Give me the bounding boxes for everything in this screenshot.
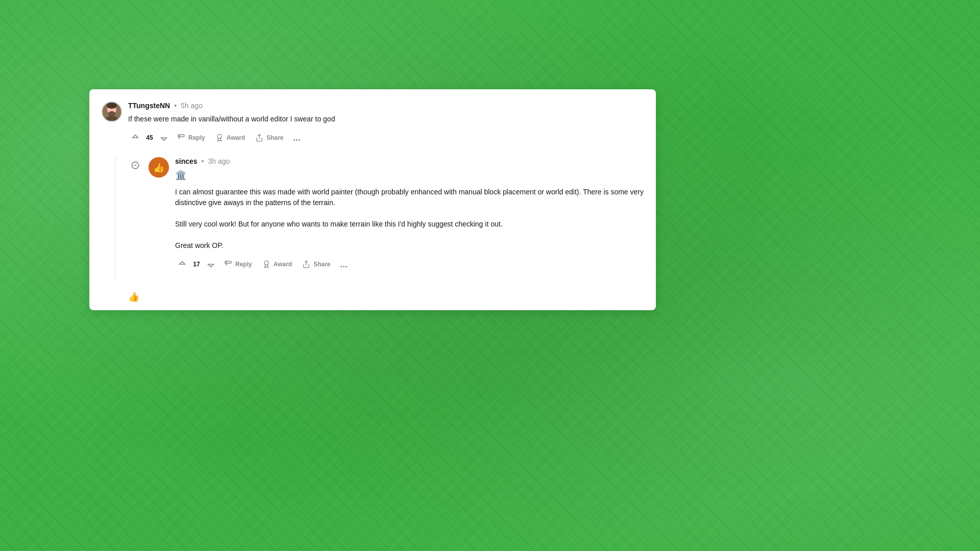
svg-point-3 (108, 111, 115, 116)
comment-1-header: TTungsteNN • 5h ago (128, 102, 644, 110)
comment-2-more-button[interactable]: ... (337, 257, 351, 271)
avatar-image (102, 102, 122, 122)
comment-2-upvote-button[interactable] (175, 257, 189, 271)
comment-2-share-button[interactable]: Share (298, 257, 334, 271)
comment-1: TTungsteNN • 5h ago If these were made i… (102, 102, 644, 157)
comment-2-row: 👍 sinces • 3h ago 🏛️ I can almost guaran… (128, 157, 644, 280)
comment-1-reply-button[interactable]: Reply (173, 131, 209, 145)
downvote-icon (160, 134, 168, 142)
comment-2-vote-count: 17 (191, 261, 202, 268)
upvote-icon-2 (178, 260, 186, 268)
collapse-icon (131, 161, 139, 169)
svg-point-11 (264, 261, 268, 265)
sinces-avatar-svg: 👍 (149, 157, 169, 178)
comment-1-vote-count: 45 (144, 134, 155, 141)
avatar-sinces: 👍 (149, 157, 169, 178)
bottom-peek-emoji: 👍 (128, 291, 139, 303)
comment-2-emoji: 🏛️ (175, 169, 644, 181)
comment-1-more-button[interactable]: ... (290, 131, 304, 145)
comment-2-downvote-button[interactable] (204, 257, 218, 271)
svg-point-5 (217, 134, 222, 138)
comment-2-timestamp: 3h ago (208, 157, 230, 165)
comment-2-content: 👍 sinces • 3h ago 🏛️ I can almost guaran… (128, 157, 644, 280)
comment-2-username: sinces (175, 157, 198, 165)
comment-1-award-button[interactable]: Award (211, 131, 249, 145)
comment-1-share-button[interactable]: Share (251, 131, 287, 145)
comment-1-actions: 45 Reply (128, 131, 644, 145)
upvote-icon (131, 134, 139, 142)
reply-icon (177, 134, 185, 142)
bottom-peek-row: 👍 (102, 290, 644, 310)
comment-2-body: sinces • 3h ago 🏛️ I can almost guarante… (175, 157, 644, 280)
reply-icon-2 (224, 260, 232, 268)
comment-2-header: sinces • 3h ago (175, 157, 644, 165)
comment-1-timestamp: 5h ago (181, 102, 203, 110)
comment-1-separator: • (174, 102, 177, 110)
comment-1-downvote-button[interactable] (157, 131, 171, 145)
comment-2-left (102, 157, 128, 280)
svg-text:👍: 👍 (153, 162, 165, 173)
avatar-ttungstenn (102, 102, 122, 122)
award-icon (215, 134, 224, 142)
svg-point-2 (107, 103, 117, 109)
comment-1-body: TTungsteNN • 5h ago If these were made i… (128, 102, 644, 153)
share-icon (255, 134, 263, 142)
comment-1-upvote-button[interactable] (128, 131, 142, 145)
share-icon-2 (302, 260, 310, 268)
comment-2-award-button[interactable]: Award (258, 257, 296, 271)
thread-line (115, 157, 116, 280)
downvote-icon-2 (207, 260, 215, 268)
avatar-svg (102, 102, 122, 122)
comment-1-username: TTungsteNN (128, 102, 170, 110)
comment-2-collapse-button[interactable] (128, 158, 142, 172)
comment-2-separator: • (202, 157, 204, 165)
comment-2-reply-button[interactable]: Reply (220, 257, 256, 271)
comment-2-text: I can almost guarantee this was made wit… (175, 187, 644, 251)
comments-card: TTungsteNN • 5h ago If these were made i… (89, 89, 656, 310)
comment-2-wrapper: 👍 sinces • 3h ago 🏛️ I can almost guaran… (102, 157, 644, 292)
comment-1-text: If these were made in vanilla/without a … (128, 114, 644, 124)
award-icon-2 (262, 260, 271, 268)
comment-2-actions: 17 Reply (175, 257, 644, 271)
